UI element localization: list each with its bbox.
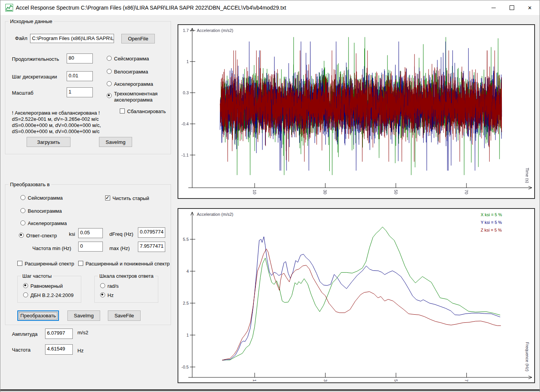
radio-convert-velosigram-label: Велосиграмма <box>28 208 62 214</box>
warning-line: ! Акселерограма не сбалансирована ! <box>12 110 100 116</box>
scale-input[interactable]: 1 <box>67 87 93 97</box>
svg-text:5: 5 <box>394 379 398 382</box>
amplitude-input[interactable]: 6.07997 <box>45 329 73 339</box>
freq-min-input[interactable]: 0 <box>78 242 103 252</box>
freq-max-input[interactable]: 7.9577471 <box>138 242 165 252</box>
svg-text:50: 50 <box>394 190 398 194</box>
svg-text:1.7: 1.7 <box>183 28 189 33</box>
maximize-icon <box>510 5 514 10</box>
group-title: Преобразовать в <box>8 182 51 187</box>
radio-hz[interactable] <box>100 292 105 297</box>
radio-seismogram[interactable] <box>107 56 112 61</box>
open-file-button[interactable]: OpenFile <box>121 34 155 43</box>
spectrum-plot: Acceleration (m/s2)Frequence (Hz)5.542.5… <box>178 209 534 382</box>
save-file-button[interactable]: SaveFile <box>108 310 141 321</box>
svg-text:3: 3 <box>323 379 328 382</box>
dfreq-input[interactable]: 0.0795774 <box>138 227 165 238</box>
radio-uniform-label: Равномерный <box>30 283 63 289</box>
extended-spectrum-checkbox[interactable] <box>17 261 22 266</box>
svg-text:Acceleration (m/s2): Acceleration (m/s2) <box>197 28 233 33</box>
radio-response-spectrum-label: Ответ-спектр <box>26 233 57 239</box>
window-title: Accel Response Spectrum C:\Program Files… <box>16 5 286 11</box>
warning-line: dS=0.000e+000 м, dV=0.000e+000 м/с, <box>12 122 101 128</box>
radio-velosigram[interactable] <box>107 69 112 74</box>
frequency-label: Частота <box>12 347 30 353</box>
file-path-input[interactable]: C:\Program Files (x86)\LIRA SAPR\LIRA SA… <box>30 34 114 43</box>
app-icon <box>5 4 13 12</box>
step-input[interactable]: 0.01 <box>67 71 93 81</box>
ksi-input[interactable]: 0.05 <box>78 228 103 238</box>
scale-label: Масштаб <box>12 90 34 96</box>
amplitude-unit: m/s2 <box>77 330 88 335</box>
radio-three-component[interactable] <box>107 93 112 98</box>
svg-text:Y ksi = 5 %: Y ksi = 5 % <box>481 220 502 225</box>
svg-text:Acceleration (m/s2): Acceleration (m/s2) <box>197 212 233 217</box>
duration-label: Продолжительность <box>12 56 59 62</box>
svg-text:2.5: 2.5 <box>183 301 189 305</box>
svg-text:7: 7 <box>464 379 469 382</box>
radio-velosigram-label: Велосиграмма <box>114 69 148 75</box>
extended-lowered-checkbox[interactable] <box>78 261 83 266</box>
file-label: Файл <box>15 35 27 41</box>
freq-max-label: max (Hz) <box>109 245 130 251</box>
maximize-button[interactable] <box>503 0 521 15</box>
svg-text:Z ksi = 5 %: Z ksi = 5 % <box>481 228 502 232</box>
radio-convert-accelerogram-label: Акселерограмма <box>28 220 67 226</box>
svg-text:70: 70 <box>464 190 469 194</box>
save-img-button[interactable]: SaveImg <box>99 137 132 147</box>
minimize-button[interactable] <box>485 0 503 15</box>
group-title: Исходные данные <box>8 18 54 24</box>
radio-convert-seismogram-label: Сейсмограмма <box>28 195 63 201</box>
radio-uniform[interactable] <box>23 283 28 288</box>
radio-accelerogram-label: Акселерограмма <box>114 81 153 87</box>
svg-text:0.3: 0.3 <box>183 90 189 95</box>
accelerogram-chart-panel: Acceleration (m/s2)Time (s)1.710.3-0.4-1… <box>178 24 535 199</box>
radio-rads-label: rad/s <box>107 283 119 289</box>
svg-text:X ksi = 5 %: X ksi = 5 % <box>481 212 502 217</box>
svg-text:1: 1 <box>186 59 189 64</box>
save-img-button-2[interactable]: SaveImg <box>67 310 100 321</box>
duration-input[interactable]: 80 <box>67 53 93 63</box>
radio-three-component-label: Трехкомпонентная акселерограмма <box>114 91 159 103</box>
svg-text:-1.1: -1.1 <box>181 153 189 157</box>
clear-old-checkbox[interactable] <box>105 195 110 200</box>
svg-text:-0.5: -0.5 <box>181 365 189 369</box>
dfreq-label: dFreq (Hz) <box>109 231 133 237</box>
convert-group: Преобразовать в <box>5 184 171 325</box>
radio-convert-seismogram[interactable] <box>20 195 25 200</box>
radio-rads[interactable] <box>100 283 105 288</box>
radio-convert-velosigram[interactable] <box>20 208 25 213</box>
svg-text:-0.4: -0.4 <box>181 122 189 126</box>
radio-convert-accelerogram[interactable] <box>20 220 25 225</box>
svg-text:Time (s): Time (s) <box>525 168 530 183</box>
svg-text:1: 1 <box>252 379 257 382</box>
window-controls: ✕ <box>485 0 539 15</box>
convert-button[interactable]: Преобразовать <box>17 310 59 321</box>
client-area: Исходные данные Файл C:\Program Files (x… <box>0 15 540 391</box>
svg-text:Frequence (Hz): Frequence (Hz) <box>525 342 530 371</box>
frequency-input[interactable]: 4.61549 <box>45 344 73 355</box>
warning-line: dS=2.522e-001 м, dV=-3.265e-002 м/с <box>12 116 99 122</box>
accelerogram-axes: Acceleration (m/s2)Time (s)1.710.3-0.4-1… <box>178 25 534 198</box>
ksi-label: ksi <box>69 231 75 237</box>
radio-accelerogram[interactable] <box>107 81 112 86</box>
radio-dbn[interactable] <box>23 292 28 297</box>
close-icon: ✕ <box>528 5 532 10</box>
radio-hz-label: Hz <box>107 292 114 298</box>
svg-text:1: 1 <box>186 333 189 337</box>
radio-response-spectrum[interactable] <box>19 233 24 238</box>
step-label: Шаг дискретизации <box>12 74 57 80</box>
balance-checkbox[interactable] <box>120 108 125 113</box>
svg-text:4: 4 <box>186 269 189 274</box>
extended-spectrum-label: Расширенный спектр <box>25 261 74 267</box>
group-title: Шаг частоты <box>21 273 53 279</box>
close-button[interactable]: ✕ <box>521 0 539 15</box>
spectra-scale-group: Шкала спектров ответа rad/s Hz <box>94 276 158 303</box>
svg-text:5.5: 5.5 <box>183 237 189 242</box>
svg-text:10: 10 <box>252 190 257 194</box>
svg-text:30: 30 <box>323 190 327 194</box>
load-button[interactable]: Загрузить <box>27 137 70 147</box>
freq-step-group: Шаг частоты Равномерный ДБН В.2.2-24:200… <box>17 276 81 303</box>
radio-seismogram-label: Сейсмограмма <box>114 56 149 62</box>
spectrum-chart-panel: Acceleration (m/s2)Frequence (Hz)5.542.5… <box>178 208 535 383</box>
